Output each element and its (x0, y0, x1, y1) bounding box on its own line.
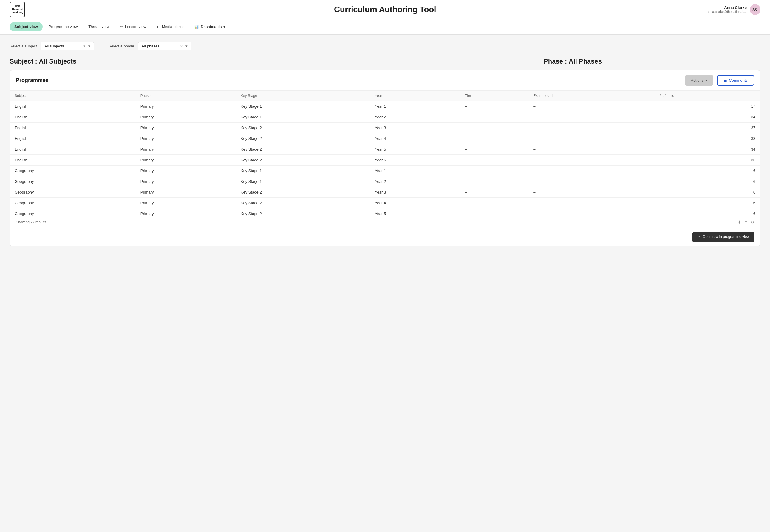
filters: Select a subject All subjects ✕ ▾ Select… (10, 42, 760, 50)
cell-tier: – (460, 144, 529, 155)
cell-units: 37 (655, 123, 760, 133)
nav-lesson-view[interactable]: ✏ Lesson view (115, 22, 151, 31)
subject-clear-icon[interactable]: ✕ (83, 44, 86, 48)
nav-lesson-view-label: Lesson view (125, 24, 146, 29)
table-row[interactable]: Geography Primary Key Stage 2 Year 3 – –… (10, 187, 760, 198)
nav-dashboards[interactable]: 📊 Dashboards ▾ (190, 22, 230, 31)
media-icon: ⊡ (157, 25, 160, 29)
cell-exam-board: – (528, 208, 655, 216)
cell-units: 36 (655, 155, 760, 166)
subject-chevron-icon: ▾ (88, 44, 90, 48)
cell-tier: – (460, 112, 529, 123)
refresh-icon[interactable]: ↻ (751, 220, 754, 225)
phase-filter-select[interactable]: All phases ✕ ▾ (138, 42, 191, 50)
table-row[interactable]: English Primary Key Stage 1 Year 1 – – 1… (10, 101, 760, 112)
user-email: anna.clarke@thenational.... (707, 10, 747, 13)
phase-section-title: Phase : All Phases (385, 58, 760, 65)
table-actions: Actions ▾ ☰ Comments (685, 75, 754, 86)
table-row[interactable]: English Primary Key Stage 2 Year 5 – – 3… (10, 144, 760, 155)
cell-tier: – (460, 155, 529, 166)
cell-year: Year 1 (370, 166, 460, 176)
cell-key-stage: Key Stage 2 (236, 123, 370, 133)
cell-key-stage: Key Stage 1 (236, 166, 370, 176)
table-header: Programmes Actions ▾ ☰ Comments (10, 70, 760, 91)
cell-exam-board: – (528, 133, 655, 144)
cell-year: Year 2 (370, 112, 460, 123)
avatar[interactable]: AC (750, 4, 760, 15)
download-icon[interactable]: ⬇ (737, 220, 741, 225)
cell-year: Year 5 (370, 208, 460, 216)
cell-key-stage: Key Stage 2 (236, 144, 370, 155)
phase-clear-icon[interactable]: ✕ (180, 44, 183, 48)
cell-exam-board: – (528, 166, 655, 176)
nav-programme-view[interactable]: Programme view (44, 22, 83, 31)
cell-subject: Geography (10, 187, 136, 198)
logo: Oak National Academy (10, 2, 25, 17)
cell-phase: Primary (136, 133, 236, 144)
table-body: English Primary Key Stage 1 Year 1 – – 1… (10, 101, 760, 216)
cell-key-stage: Key Stage 1 (236, 101, 370, 112)
table-row[interactable]: English Primary Key Stage 2 Year 3 – – 3… (10, 123, 760, 133)
open-row-button[interactable]: ↗ Open row in programme view (692, 232, 754, 242)
nav: Subject view Programme view Thread view … (0, 19, 770, 35)
cell-phase: Primary (136, 166, 236, 176)
actions-button[interactable]: Actions ▾ (685, 75, 714, 86)
open-row-label: Open row in programme view (703, 235, 749, 239)
cell-exam-board: – (528, 123, 655, 133)
cell-units: 6 (655, 166, 760, 176)
user-name: Anna Clarke (707, 5, 747, 10)
cell-units: 6 (655, 208, 760, 216)
col-phase: Phase (136, 91, 236, 101)
cell-tier: – (460, 198, 529, 208)
cell-year: Year 5 (370, 144, 460, 155)
user-area: Anna Clarke anna.clarke@thenational.... … (707, 4, 760, 15)
cell-key-stage: Key Stage 1 (236, 112, 370, 123)
filter-icon[interactable]: ≡ (745, 220, 747, 225)
subject-section-title: Subject : All Subjects (10, 58, 385, 65)
cell-year: Year 1 (370, 101, 460, 112)
subject-filter-group: Select a subject All subjects ✕ ▾ (10, 42, 94, 50)
cell-units: 6 (655, 176, 760, 187)
chevron-down-icon: ▾ (223, 24, 225, 29)
table-row[interactable]: Geography Primary Key Stage 2 Year 4 – –… (10, 198, 760, 208)
cell-units: 17 (655, 101, 760, 112)
footer-icons: ⬇ ≡ ↻ (737, 220, 754, 225)
nav-media-picker[interactable]: ⊡ Media picker (152, 22, 189, 31)
cell-units: 38 (655, 133, 760, 144)
phase-filter-label: Select a phase (109, 44, 134, 48)
table-scroll-area[interactable]: Subject Phase Key Stage Year Tier Exam b… (10, 91, 760, 216)
phase-chevron-icon: ▾ (185, 44, 188, 48)
table-row[interactable]: Geography Primary Key Stage 1 Year 2 – –… (10, 176, 760, 187)
logo-line3: Academy (11, 11, 23, 14)
subject-filter-select[interactable]: All subjects ✕ ▾ (41, 42, 94, 50)
cell-units: 34 (655, 112, 760, 123)
cell-subject: Geography (10, 198, 136, 208)
table-row[interactable]: English Primary Key Stage 2 Year 6 – – 3… (10, 155, 760, 166)
nav-subject-view[interactable]: Subject view (10, 22, 43, 31)
cell-key-stage: Key Stage 1 (236, 176, 370, 187)
cell-tier: – (460, 123, 529, 133)
phase-filter-group: Select a phase All phases ✕ ▾ (109, 42, 191, 50)
table-row[interactable]: English Primary Key Stage 2 Year 4 – – 3… (10, 133, 760, 144)
cell-exam-board: – (528, 187, 655, 198)
cell-phase: Primary (136, 176, 236, 187)
cell-phase: Primary (136, 208, 236, 216)
cell-units: 6 (655, 198, 760, 208)
comments-button[interactable]: ☰ Comments (717, 75, 754, 86)
cell-phase: Primary (136, 112, 236, 123)
cell-subject: Geography (10, 208, 136, 216)
cell-tier: – (460, 166, 529, 176)
cell-exam-board: – (528, 144, 655, 155)
nav-thread-view[interactable]: Thread view (84, 22, 114, 31)
cell-subject: English (10, 112, 136, 123)
col-year: Year (370, 91, 460, 101)
table-row[interactable]: English Primary Key Stage 1 Year 2 – – 3… (10, 112, 760, 123)
table-row[interactable]: Geography Primary Key Stage 2 Year 5 – –… (10, 208, 760, 216)
actions-label: Actions (691, 78, 704, 83)
cell-key-stage: Key Stage 2 (236, 133, 370, 144)
cell-phase: Primary (136, 187, 236, 198)
table-row[interactable]: Geography Primary Key Stage 1 Year 1 – –… (10, 166, 760, 176)
data-table: Subject Phase Key Stage Year Tier Exam b… (10, 91, 760, 216)
cell-phase: Primary (136, 144, 236, 155)
cell-exam-board: – (528, 198, 655, 208)
